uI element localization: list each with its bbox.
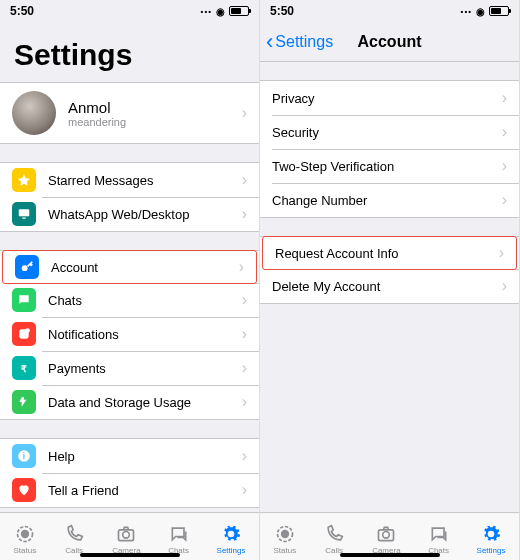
info-icon: i	[12, 444, 36, 468]
camera-icon	[115, 523, 137, 545]
row-label: WhatsApp Web/Desktop	[48, 207, 236, 222]
chevron-right-icon: ›	[242, 447, 247, 465]
svg-point-9	[21, 530, 28, 537]
row-label: Chats	[48, 293, 236, 308]
account-list: Privacy › Security › Two-Step Verificati…	[260, 62, 519, 512]
gear-icon	[220, 523, 242, 545]
status-bar: 5:50 ••• ◉	[260, 0, 519, 22]
back-button[interactable]: ‹ Settings	[260, 29, 333, 55]
account-screen: 5:50 ••• ◉ ‹ Settings Account Privacy › …	[260, 0, 520, 560]
row-label: Data and Storage Usage	[48, 395, 236, 410]
tab-status[interactable]: Status	[273, 523, 296, 555]
chevron-right-icon: ›	[502, 123, 507, 141]
status-indicators: ••• ◉	[201, 6, 249, 17]
cellular-dots-icon: •••	[461, 7, 472, 16]
row-label: Two-Step Verification	[272, 159, 496, 174]
profile-name: Anmol	[68, 99, 236, 116]
group-starred: Starred Messages › WhatsApp Web/Desktop …	[0, 162, 259, 232]
status-bar: 5:50 ••• ◉	[0, 0, 259, 22]
svg-point-2	[22, 265, 28, 271]
status-time: 5:50	[10, 4, 34, 18]
chevron-right-icon: ›	[242, 291, 247, 309]
chevron-right-icon: ›	[242, 325, 247, 343]
svg-point-4	[25, 328, 30, 333]
group-help: i Help › Tell a Friend ›	[0, 438, 259, 508]
row-label: Delete My Account	[272, 279, 496, 294]
row-security[interactable]: Security ›	[260, 115, 519, 149]
wifi-icon: ◉	[216, 6, 225, 17]
chevron-right-icon: ›	[502, 191, 507, 209]
row-label: Tell a Friend	[48, 483, 236, 498]
row-privacy[interactable]: Privacy ›	[260, 81, 519, 115]
row-label: Account	[51, 260, 233, 275]
heart-icon	[12, 478, 36, 502]
group-security: Privacy › Security › Two-Step Verificati…	[260, 80, 519, 218]
home-indicator[interactable]	[80, 553, 180, 557]
row-chats[interactable]: Chats ›	[0, 283, 259, 317]
chevron-right-icon: ›	[242, 205, 247, 223]
row-label: Security	[272, 125, 496, 140]
row-two-step[interactable]: Two-Step Verification ›	[260, 149, 519, 183]
phone-icon	[323, 523, 345, 545]
row-label: Request Account Info	[275, 246, 493, 261]
svg-rect-1	[22, 218, 26, 219]
tab-calls[interactable]: Calls	[323, 523, 345, 555]
battery-icon	[489, 6, 509, 16]
rupee-icon: ₹	[12, 356, 36, 380]
tab-status[interactable]: Status	[13, 523, 36, 555]
chevron-right-icon: ›	[502, 157, 507, 175]
profile-row[interactable]: Anmol meandering ›	[0, 83, 259, 143]
row-account[interactable]: Account ›	[2, 250, 257, 284]
star-icon	[12, 168, 36, 192]
row-tell-friend[interactable]: Tell a Friend ›	[0, 473, 259, 507]
svg-point-13	[281, 530, 288, 537]
chevron-right-icon: ›	[242, 481, 247, 499]
row-label: Change Number	[272, 193, 496, 208]
row-request-info[interactable]: Request Account Info ›	[262, 236, 517, 270]
chevron-right-icon: ›	[242, 171, 247, 189]
tab-settings[interactable]: Settings	[477, 523, 506, 555]
row-label: Notifications	[48, 327, 236, 342]
row-notifications[interactable]: Notifications ›	[0, 317, 259, 351]
status-indicators: ••• ◉	[461, 6, 509, 17]
row-label: Help	[48, 449, 236, 464]
svg-text:₹: ₹	[21, 364, 27, 374]
svg-text:i: i	[23, 452, 25, 461]
chevron-left-icon: ‹	[266, 29, 273, 55]
tab-camera[interactable]: Camera	[112, 523, 140, 555]
status-tab-icon	[14, 523, 36, 545]
camera-icon	[375, 523, 397, 545]
desktop-icon	[12, 202, 36, 226]
row-label: Starred Messages	[48, 173, 236, 188]
key-icon	[15, 255, 39, 279]
tab-calls[interactable]: Calls	[63, 523, 85, 555]
row-data-storage[interactable]: Data and Storage Usage ›	[0, 385, 259, 419]
data-icon	[12, 390, 36, 414]
svg-rect-0	[19, 209, 30, 216]
tab-camera[interactable]: Camera	[372, 523, 400, 555]
chevron-right-icon: ›	[242, 359, 247, 377]
avatar	[12, 91, 56, 135]
battery-icon	[229, 6, 249, 16]
tab-chats[interactable]: Chats	[168, 523, 190, 555]
nav-bar: ‹ Settings Account	[260, 22, 519, 62]
chats-tab-icon	[428, 523, 450, 545]
row-delete-account[interactable]: Delete My Account ›	[260, 269, 519, 303]
group-main: Account › Chats › Notifications › ₹ Paym…	[0, 250, 259, 420]
tab-settings[interactable]: Settings	[217, 523, 246, 555]
svg-point-11	[123, 531, 130, 538]
svg-point-15	[383, 531, 390, 538]
wifi-icon: ◉	[476, 6, 485, 17]
chats-tab-icon	[168, 523, 190, 545]
row-payments[interactable]: ₹ Payments ›	[0, 351, 259, 385]
home-indicator[interactable]	[340, 553, 440, 557]
row-change-number[interactable]: Change Number ›	[260, 183, 519, 217]
chevron-right-icon: ›	[502, 89, 507, 107]
row-starred-messages[interactable]: Starred Messages ›	[0, 163, 259, 197]
cellular-dots-icon: •••	[201, 7, 212, 16]
row-whatsapp-web[interactable]: WhatsApp Web/Desktop ›	[0, 197, 259, 231]
tab-chats[interactable]: Chats	[428, 523, 450, 555]
row-help[interactable]: i Help ›	[0, 439, 259, 473]
chevron-right-icon: ›	[242, 104, 247, 122]
chevron-right-icon: ›	[502, 277, 507, 295]
